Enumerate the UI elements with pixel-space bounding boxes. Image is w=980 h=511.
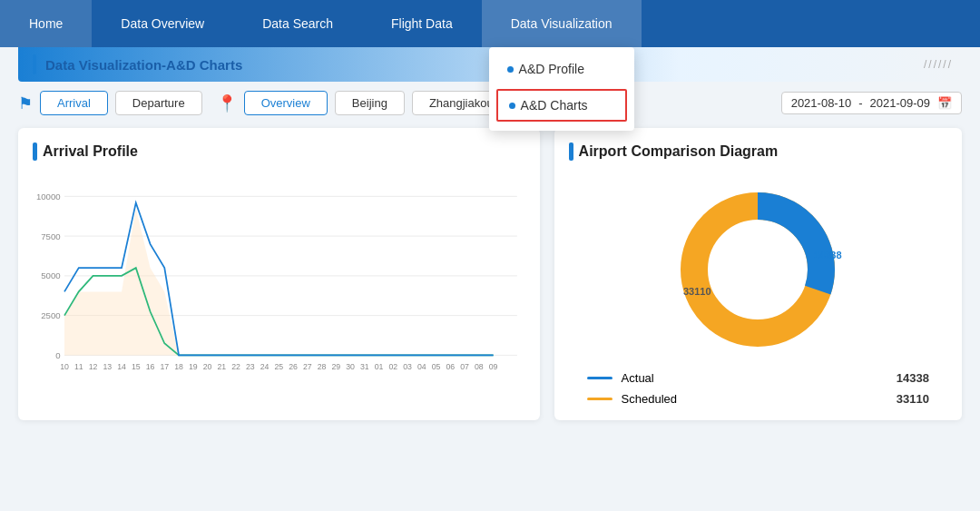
line-chart-container: 10000 7500 5000 2500 0 10 11 12 13 [33,170,525,406]
svg-text:25: 25 [274,362,283,371]
svg-text:20: 20 [203,362,212,371]
nav-bar: Home Data Overview Data Search Flight Da… [0,0,980,47]
svg-text:33110: 33110 [683,286,711,297]
dot-icon-2 [509,103,515,109]
location-icon: 📍 [217,93,237,113]
dropdown-ad-profile[interactable]: A&D Profile [489,53,634,85]
header-dots: ////// [924,58,953,71]
svg-text:06: 06 [446,362,455,371]
svg-text:22: 22 [231,362,240,371]
actual-legend-line [587,377,612,379]
visualization-dropdown: A&D Profile A&D Charts [489,47,634,131]
charts-row: Arrival Profile 10000 7500 5000 2500 0 [18,128,962,420]
svg-text:19: 19 [189,362,198,371]
dropdown-ad-charts[interactable]: A&D Charts [496,89,627,122]
svg-text:02: 02 [388,362,397,371]
arrival-tab[interactable]: Arrival [40,91,108,115]
legend-actual: Actual 14338 [587,371,929,385]
date-start: 2021-08-10 [791,96,852,110]
svg-text:2500: 2500 [41,310,60,320]
svg-text:21: 21 [217,362,226,371]
svg-text:11: 11 [74,362,83,371]
svg-text:13: 13 [103,362,112,371]
svg-text:14: 14 [117,362,126,371]
departure-tab[interactable]: Departure [115,91,202,115]
donut-area: 14338 33110 Actual 14338 Scheduled [569,170,947,406]
svg-text:17: 17 [160,362,169,371]
date-range-picker[interactable]: 2021-08-10 - 2021-09-09 📅 [781,92,962,114]
svg-text:04: 04 [417,362,426,371]
scheduled-value: 33110 [897,392,929,406]
svg-text:07: 07 [460,362,469,371]
nav-data-visualization[interactable]: Data Visualization A&D Profile A&D Chart… [482,0,642,47]
svg-text:23: 23 [246,362,255,371]
svg-text:12: 12 [89,362,98,371]
dot-icon [507,66,514,73]
svg-text:03: 03 [403,362,412,371]
line-chart-svg: 10000 7500 5000 2500 0 10 11 12 13 [33,170,525,406]
svg-text:01: 01 [375,362,384,371]
overview-tab[interactable]: Overview [244,91,328,115]
svg-marker-10 [64,208,494,355]
svg-text:14338: 14338 [814,250,842,260]
svg-text:30: 30 [346,362,355,371]
nav-home[interactable]: Home [0,0,92,47]
svg-text:7500: 7500 [41,231,60,241]
svg-text:24: 24 [260,362,270,371]
svg-text:15: 15 [132,362,141,371]
svg-text:16: 16 [146,362,155,371]
chart-legend: Actual 14338 Scheduled 33110 [569,371,947,406]
svg-text:26: 26 [289,362,298,371]
flag-icon: ⚑ [18,93,33,113]
calendar-icon: 📅 [937,96,952,110]
page-title: Data Visualization-A&D Charts [45,57,242,73]
svg-text:28: 28 [318,362,327,371]
airport-comparison-card: Airport Comparison Diagram 14338 [554,128,962,420]
beijing-tab[interactable]: Beijing [335,91,405,115]
title-bar-icon-2 [569,142,573,161]
arrival-profile-card: Arrival Profile 10000 7500 5000 2500 0 [18,128,540,420]
svg-text:05: 05 [432,362,441,371]
legend-scheduled: Scheduled 33110 [587,392,929,406]
scheduled-legend-line [587,398,612,400]
svg-text:27: 27 [303,362,312,371]
svg-text:18: 18 [174,362,183,371]
svg-text:5000: 5000 [41,270,60,280]
svg-text:31: 31 [360,362,369,371]
date-end: 2021-09-09 [870,96,931,110]
donut-chart-wrapper: 14338 33110 [667,179,848,360]
nav-data-overview[interactable]: Data Overview [92,0,233,47]
actual-value: 14338 [897,371,929,385]
airport-chart-title: Airport Comparison Diagram [569,142,947,161]
arrival-chart-title: Arrival Profile [33,142,525,161]
svg-text:08: 08 [475,362,484,371]
title-bar-icon [33,142,37,161]
donut-svg: 14338 33110 [667,179,848,360]
nav-flight-data[interactable]: Flight Data [362,0,482,47]
svg-text:10: 10 [60,362,69,371]
svg-text:09: 09 [489,362,498,371]
date-separator: - [858,96,862,110]
svg-text:10000: 10000 [36,192,61,201]
nav-data-search[interactable]: Data Search [233,0,362,47]
svg-text:29: 29 [331,362,340,371]
svg-text:0: 0 [55,350,60,360]
